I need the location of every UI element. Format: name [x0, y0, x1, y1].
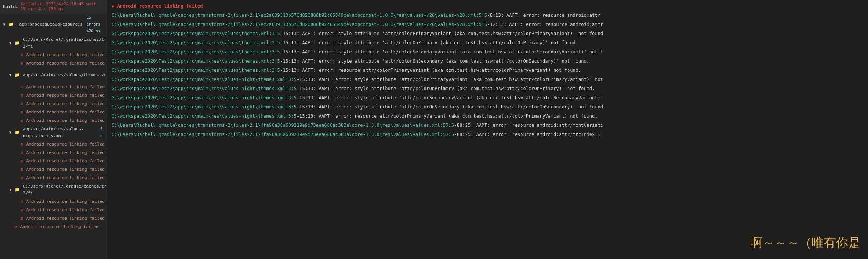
- log-line: G:\workspace2020\Test2\app\src\main\res\…: [107, 38, 868, 47]
- tree-item[interactable]: ⊘Android resource linking failed: [0, 174, 107, 182]
- file-link[interactable]: C:\Users\Rachel\.gradle\caches\transform…: [112, 11, 487, 19]
- tree-item[interactable]: ⊘Android resource linking failed: [0, 165, 107, 174]
- file-link[interactable]: G:\workspace2020\Test2\app\src\main\res\…: [112, 85, 297, 92]
- tree-item-meta: 5 e: [100, 126, 105, 139]
- tree-item-label: Android resource linking failed: [26, 215, 105, 222]
- file-link[interactable]: G:\workspace2020\Test2\app\src\main\res\…: [112, 57, 280, 65]
- tree-item-label: app/src/main/res/values/themes.xml: [23, 72, 107, 79]
- error-icon: ⊘: [21, 109, 23, 116]
- build-header: Build: failed at 2021/4/24 18:43 with 15…: [0, 0, 107, 13]
- error-message: -15:13: AAPT: error: style attribute 'at…: [297, 94, 603, 102]
- file-link[interactable]: G:\workspace2020\Test2\app\src\main\res\…: [112, 39, 280, 47]
- tree-item[interactable]: ⊘Android resource linking failed: [0, 100, 107, 108]
- tree-item-label: Android resource linking failed: [26, 207, 105, 214]
- tree-item[interactable]: ▼📁:app:processDebugResources15 errors 42…: [0, 13, 107, 36]
- error-icon: ⊘: [21, 84, 23, 91]
- log-line: G:\workspace2020\Test2\app\src\main\res\…: [107, 84, 868, 93]
- log-line: G:\workspace2020\Test2\app\src\main\res\…: [107, 66, 868, 75]
- tree-item-label: Android resource linking failed: [26, 109, 105, 116]
- file-link[interactable]: G:\workspace2020\Test2\app\src\main\res\…: [112, 48, 280, 56]
- file-link[interactable]: G:\workspace2020\Test2\app\src\main\res\…: [112, 103, 297, 111]
- folder-icon: 📁: [15, 40, 20, 47]
- tree-item-label: C:/Users/Rachel/.gradle/caches/transform…: [23, 36, 107, 50]
- file-link[interactable]: C:\Users\Rachel\.gradle\caches\transform…: [112, 121, 454, 129]
- error-message: -88:25: AAPT: error: resource android:at…: [454, 131, 600, 138]
- tree-item[interactable]: ⊘Android resource linking failed: [0, 108, 107, 117]
- log-line: C:\Users\Rachel\.gradle\caches\transform…: [107, 11, 868, 20]
- error-message: -12:13: AAPT: error: resource android:at…: [487, 21, 603, 28]
- tree-item[interactable]: ⊘Android resource linking failed: [0, 51, 107, 59]
- tree-item[interactable]: ⊘Android resource linking failed: [0, 197, 107, 206]
- tree-item[interactable]: ▼📁C:/Users/Rachel/.gradle/caches/transfo…: [0, 182, 107, 197]
- tree-item-label: Android resource linking failed: [26, 166, 105, 173]
- tree-item-label: Android resource linking failed: [26, 149, 105, 156]
- tree-item[interactable]: ▼📁app/src/main/res/values-night/themes.x…: [0, 125, 107, 140]
- tree-item-label: app/src/main/res/values-night/themes.xml: [23, 126, 96, 139]
- tree-item[interactable]: ⊘Android resource linking failed: [0, 149, 107, 157]
- log-container: C:\Users\Rachel\.gradle\caches\transform…: [107, 11, 868, 139]
- error-message: -15:13: AAPT: error: style attribute 'at…: [297, 103, 603, 111]
- error-icon: ⊘: [21, 141, 23, 148]
- tree-item[interactable]: ⊘Android resource linking failed: [0, 157, 107, 165]
- error-icon: ⊘: [21, 149, 23, 156]
- error-icon: ⊘: [21, 207, 23, 214]
- log-line: C:\Users\Rachel\.gradle\caches\transform…: [107, 20, 868, 29]
- tree-item[interactable]: ⊘Android resource linking failed: [0, 91, 107, 100]
- log-line: G:\workspace2020\Test2\app\src\main\res\…: [107, 57, 868, 66]
- tree-item-meta: 15 errors 426 ms: [86, 14, 105, 35]
- error-message: -15:13: AAPT: error: style attribute 'at…: [280, 57, 589, 65]
- tree-item-label: Android resource linking failed: [26, 100, 105, 107]
- tree-item[interactable]: ⊘Android resource linking failed: [0, 83, 107, 91]
- error-message: -15:13: AAPT: error: style attribute 'at…: [280, 30, 603, 37]
- tree-item[interactable]: ⊘Android resource linking failed: [0, 117, 107, 125]
- file-link[interactable]: C:\Users\Rachel\.gradle\caches\transform…: [112, 21, 487, 28]
- file-link[interactable]: G:\workspace2020\Test2\app\src\main\res\…: [112, 76, 297, 83]
- folder-icon: 📁: [15, 72, 20, 79]
- tree-arrow: ▼: [9, 186, 13, 193]
- tree-item[interactable]: ⊘Android resource linking failed: [0, 59, 107, 68]
- log-line: G:\workspace2020\Test2\app\src\main\res\…: [107, 75, 868, 84]
- error-icon: ⊘: [21, 100, 23, 107]
- section-header: ▶ Android resource linking failed: [107, 2, 868, 11]
- tree-item-label: Android resource linking failed: [26, 117, 105, 124]
- tree-item-label: Android resource linking failed: [26, 92, 105, 99]
- tree-item[interactable]: ⊘Android resource linking failed: [0, 206, 107, 214]
- error-message: -8:13: AAPT: error: resource android:att…: [487, 11, 600, 19]
- error-log-panel[interactable]: ▶ Android resource linking failed C:\Use…: [107, 0, 868, 259]
- tree-item[interactable]: ▼📁app/src/main/res/values/themes.xml5 er…: [0, 68, 107, 83]
- file-link[interactable]: G:\workspace2020\Test2\app\src\main\res\…: [112, 94, 297, 102]
- tree-item[interactable]: ⊘Android resource linking failed: [0, 214, 107, 223]
- folder-icon: 📁: [15, 186, 20, 193]
- log-line: C:\Users\Rachel\.gradle\caches\transform…: [107, 130, 868, 139]
- file-link[interactable]: G:\workspace2020\Test2\app\src\main\res\…: [112, 66, 280, 74]
- error-message: -88:25: AAPT: error: resource android:at…: [454, 121, 603, 129]
- tree-item-label: Android resource linking failed: [26, 52, 105, 58]
- error-icon: ⊘: [21, 60, 23, 67]
- tree-item-label: Android resource linking failed: [26, 84, 105, 91]
- file-link[interactable]: G:\workspace2020\Test2\app\src\main\res\…: [112, 30, 280, 37]
- tree-item-label: Android resource linking failed: [20, 223, 99, 230]
- file-link[interactable]: C:\Users\Rachel\.gradle\caches\transform…: [112, 131, 454, 138]
- error-icon: ⊘: [21, 198, 23, 205]
- tree-arrow: ▼: [9, 72, 13, 79]
- error-message: -15:13: AAPT: error: style attribute 'at…: [280, 48, 603, 56]
- error-icon: ⊘: [21, 166, 23, 173]
- tree-arrow: ▼: [9, 129, 13, 136]
- tree-item[interactable]: ⊘Android resource linking failed: [0, 140, 107, 149]
- tree-item-label: C:/Users/Rachel/.gradle/caches/transform…: [23, 183, 107, 197]
- tree-item[interactable]: ▼📁C:/Users/Rachel/.gradle/caches/transfo…: [0, 36, 107, 51]
- tree-arrow: ▼: [9, 40, 13, 47]
- tree-arrow: ▼: [3, 21, 7, 28]
- error-message: -15:13: AAPT: error: resource attr/color…: [280, 66, 581, 74]
- tree-item[interactable]: ⊘Android resource linking failed: [0, 223, 107, 231]
- error-icon: ⊘: [21, 52, 23, 58]
- file-link[interactable]: G:\workspace2020\Test2\app\src\main\res\…: [112, 112, 297, 120]
- log-line: C:\Users\Rachel\.gradle\caches\transform…: [107, 121, 868, 130]
- error-message: -15:13: AAPT: error: style attribute 'at…: [297, 85, 595, 92]
- log-line: G:\workspace2020\Test2\app\src\main\res\…: [107, 102, 868, 112]
- folder-icon: 📁: [8, 21, 14, 28]
- tree-item-label: Android resource linking failed: [26, 141, 105, 148]
- error-message: -15:13: AAPT: error: resource attr/color…: [297, 112, 597, 120]
- log-line: G:\workspace2020\Test2\app\src\main\res\…: [107, 29, 868, 38]
- error-icon: ⊘: [15, 223, 17, 230]
